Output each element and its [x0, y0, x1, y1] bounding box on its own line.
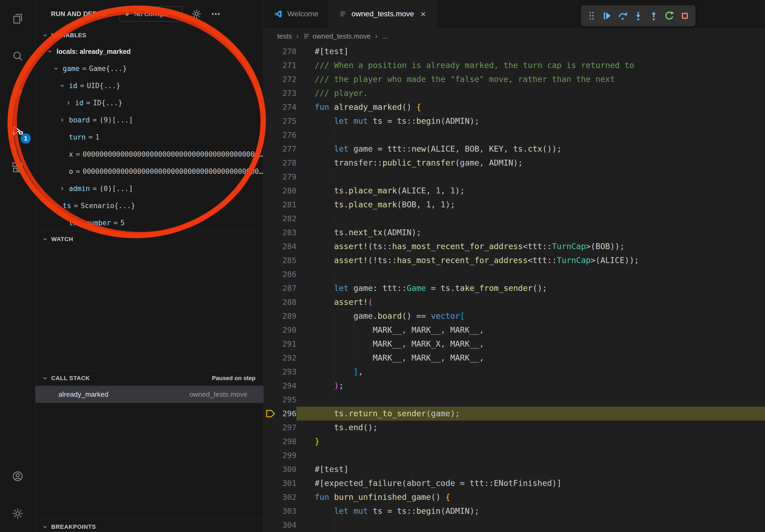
step-over-button[interactable]	[617, 10, 629, 22]
breakpoint-margin[interactable]	[264, 184, 277, 198]
stop-button[interactable]	[679, 10, 691, 22]
code-text[interactable]: let game = ttt::new(ALICE, BOB, KEY, ts.…	[297, 142, 765, 156]
variable-row[interactable]: x=00000000000000000000000000000000000000…	[35, 146, 264, 163]
code-text[interactable]	[297, 518, 765, 532]
code-text[interactable]: ts.next_tx(ADMIN);	[297, 226, 765, 239]
breakpoint-margin[interactable]	[264, 337, 277, 351]
code-text[interactable]: /// When a position is already marked, t…	[297, 58, 765, 72]
breakpoint-margin[interactable]	[264, 406, 277, 420]
breakpoint-margin[interactable]	[264, 128, 277, 142]
search-icon[interactable]	[0, 37, 35, 75]
step-out-button[interactable]	[648, 10, 660, 22]
breakpoint-margin[interactable]	[264, 170, 277, 184]
editor-code[interactable]: 270#[test]271/// When a position is alre…	[264, 45, 765, 532]
continue-button[interactable]	[601, 10, 613, 22]
toolbar-gripper-icon[interactable]	[586, 10, 597, 22]
code-text[interactable]: ],	[297, 365, 765, 379]
code-text[interactable]: #[test]	[297, 45, 765, 58]
breakpoint-margin[interactable]	[264, 239, 277, 253]
breakpoint-margin[interactable]	[264, 212, 277, 226]
code-text[interactable]	[297, 170, 765, 184]
restart-button[interactable]	[663, 10, 675, 22]
variable-row[interactable]: turn=1	[35, 129, 264, 146]
code-text[interactable]: }	[297, 434, 765, 448]
start-debug-icon[interactable]	[124, 10, 132, 18]
code-text[interactable]: let mut ts = ts::begin(ADMIN);	[297, 114, 765, 128]
breakpoint-margin[interactable]	[264, 86, 277, 100]
breakpoint-margin[interactable]	[264, 72, 277, 86]
source-control-icon[interactable]	[0, 75, 35, 112]
code-text[interactable]: fun burn_unfinished_game() {	[297, 490, 765, 504]
code-text[interactable]: fun already_marked() {	[297, 100, 765, 114]
debug-settings-gear-icon[interactable]	[191, 9, 202, 19]
breakpoint-margin[interactable]	[264, 267, 277, 281]
settings-gear-icon[interactable]	[0, 495, 35, 532]
breakpoint-margin[interactable]	[264, 351, 277, 365]
code-text[interactable]: let mut ts = ts::begin(ADMIN);	[297, 504, 765, 518]
code-text[interactable]: MARK__, MARK__, MARK__,	[297, 351, 765, 365]
call-stack-frame[interactable]: already_markedowned_tests.move	[35, 386, 264, 403]
tab-welcome[interactable]: Welcome	[264, 0, 329, 28]
breakpoint-margin[interactable]	[264, 45, 277, 58]
breakpoint-margin[interactable]	[264, 518, 277, 532]
code-text[interactable]	[297, 267, 765, 281]
more-actions-icon[interactable]	[211, 9, 221, 19]
breakpoint-margin[interactable]	[264, 323, 277, 337]
code-text[interactable]: ts.end();	[297, 420, 765, 434]
variable-row[interactable]: o=00000000000000000000000000000000000000…	[35, 163, 264, 180]
code-text[interactable]: game.board() == vector[	[297, 309, 765, 323]
breakpoint-margin[interactable]	[264, 281, 277, 295]
watch-section-header[interactable]: WATCH	[35, 231, 264, 247]
variable-row[interactable]: txn_number=5	[35, 214, 264, 231]
breadcrumb-file[interactable]: owned_tests.move	[303, 32, 371, 40]
code-text[interactable]: ts.place_mark(ALICE, 1, 1);	[297, 184, 765, 198]
breakpoint-margin[interactable]	[264, 365, 277, 379]
code-text[interactable]: MARK__, MARK__, MARK__,	[297, 323, 765, 337]
breakpoint-margin[interactable]	[264, 114, 277, 128]
breakpoint-margin[interactable]	[264, 156, 277, 170]
code-text[interactable]	[297, 212, 765, 226]
explorer-icon[interactable]	[0, 0, 35, 37]
breakpoint-margin[interactable]	[264, 476, 277, 490]
run-and-debug-icon[interactable]: 1	[0, 112, 35, 149]
code-text[interactable]: ts.place_mark(BOB, 1, 1);	[297, 198, 765, 212]
breakpoint-margin[interactable]	[264, 198, 277, 212]
code-text[interactable]: MARK__, MARK_X, MARK__,	[297, 337, 765, 351]
breakpoint-margin[interactable]	[264, 226, 277, 239]
breakpoint-margin[interactable]	[264, 253, 277, 267]
variable-row[interactable]: admin=(0)[...]	[35, 180, 264, 197]
code-text[interactable]: #[expected_failure(abort_code = ttt::ENo…	[297, 476, 765, 490]
variable-row[interactable]: game=Game{...}	[35, 60, 264, 77]
variable-row[interactable]: id=UID{...}	[35, 77, 264, 94]
close-tab-icon[interactable]: ×	[420, 9, 426, 19]
breadcrumb-folder[interactable]: tests	[277, 32, 292, 40]
breakpoint-margin[interactable]	[264, 58, 277, 72]
breakpoint-margin[interactable]	[264, 295, 277, 309]
call-stack-section-header[interactable]: CALL STACK Paused on step	[35, 371, 264, 386]
step-into-button[interactable]	[632, 10, 644, 22]
tab-owned-tests[interactable]: owned_tests.move ×	[329, 0, 436, 28]
breakpoints-section-header[interactable]: BREAKPOINTS	[35, 519, 264, 532]
breakpoint-margin[interactable]	[264, 100, 277, 114]
variables-scope-row[interactable]: locals: already_marked	[35, 43, 264, 60]
breakpoint-margin[interactable]	[264, 448, 277, 462]
code-text[interactable]: let game: ttt::Game = ts.take_from_sende…	[297, 281, 765, 295]
code-text[interactable]	[297, 128, 765, 142]
code-text[interactable]: assert!(	[297, 295, 765, 309]
breakpoint-margin[interactable]	[264, 309, 277, 323]
code-text[interactable]: assert!(!ts::has_most_recent_for_address…	[297, 253, 765, 267]
code-text[interactable]: assert!(ts::has_most_recent_for_address<…	[297, 239, 765, 253]
breakpoint-margin[interactable]	[264, 142, 277, 156]
code-text[interactable]: transfer::public_transfer(game, ADMIN);	[297, 156, 765, 170]
breakpoint-margin[interactable]	[264, 420, 277, 434]
variable-row[interactable]: id=ID{...}	[35, 94, 264, 112]
code-text[interactable]: /// player.	[297, 86, 765, 100]
breadcrumb-symbol[interactable]: ...	[382, 32, 387, 40]
breakpoint-margin[interactable]	[264, 434, 277, 448]
breakpoint-margin[interactable]	[264, 504, 277, 518]
launch-config-dropdown[interactable]: No Configur	[120, 6, 182, 21]
variables-section-header[interactable]: VARIABLES	[35, 28, 264, 43]
code-text[interactable]	[297, 393, 765, 406]
account-icon[interactable]	[0, 457, 35, 495]
code-text[interactable]: );	[297, 379, 765, 393]
